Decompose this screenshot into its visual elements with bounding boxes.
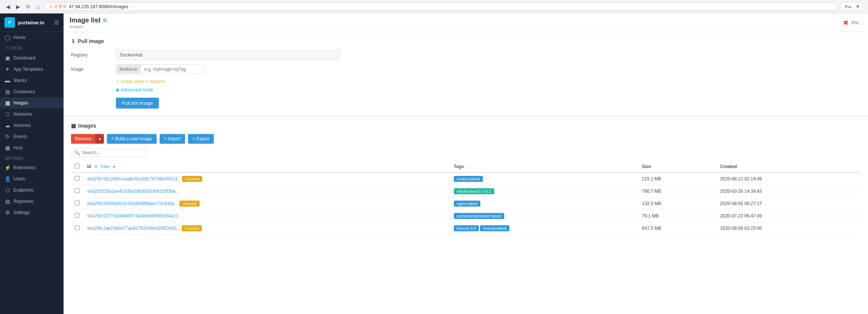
sidebar-item-events[interactable]: ↻ Events — [0, 131, 64, 142]
remove-dropdown-button[interactable]: ▼ — [95, 134, 104, 144]
import-button[interactable]: + Import — [160, 134, 185, 144]
image-id-link[interactable]: sha256:08393e824c32d456ff69aec72c64d1... — [87, 201, 178, 206]
row-checkbox-3[interactable] — [75, 213, 80, 218]
unused-badge: Unused — [179, 201, 200, 207]
url-text: 47.94.235.187:8088/#/images — [69, 4, 128, 9]
images-icon: ▩ — [4, 100, 10, 106]
remove-button[interactable]: Remove — [71, 134, 95, 144]
back-button[interactable]: ◀ — [4, 3, 12, 10]
sidebar-label-host: Host — [13, 145, 23, 150]
tab-close-button[interactable]: ✖ — [856, 4, 859, 9]
settings-icon: ⚙ — [4, 210, 10, 216]
sidebar-label-images: Images — [13, 100, 28, 106]
sidebar-item-settings[interactable]: ⚙ Settings — [0, 207, 64, 218]
images-table: Id ▼ Filter ▼ Tags ↕ — [71, 161, 861, 235]
image-id-link[interactable]: sha256:62771b0b9b0973a3e8e95595534a12... — [87, 213, 182, 219]
sidebar-item-volumes[interactable]: ☁ Volumes — [0, 120, 64, 131]
filter-icon[interactable]: ▼ — [94, 165, 98, 169]
url-bar[interactable]: ⚠ 不安全 47.94.235.187:8088/#/images — [44, 2, 838, 11]
image-id-link[interactable]: sha256:2ae23eb477aa82782438e429f22e55... — [87, 226, 181, 231]
row-checkbox-4[interactable] — [75, 225, 80, 230]
reload-button[interactable]: ↻ — [25, 3, 32, 10]
row-checkbox-0[interactable] — [75, 176, 80, 181]
main-content: Image list ↻ Images ✖ Por... ⇩ Pul — [64, 13, 868, 314]
export-button[interactable]: + Export — [188, 134, 214, 144]
sidebar-item-networks[interactable]: ⬡ Networks — [0, 109, 64, 120]
sidebar-item-stacks[interactable]: ▬ Stacks — [0, 75, 64, 86]
sidebar-item-app-templates[interactable]: ✈ App Templates — [0, 64, 64, 75]
image-created: 2020-08-06 03:23:06 — [717, 222, 861, 235]
registry-row: Registry DockerHub — [71, 50, 861, 60]
sidebar-item-registries[interactable]: ▤ Registries — [0, 196, 64, 207]
image-id-link[interactable]: sha256:0d120b6ccaa8c5e149176798b3501d... — [87, 176, 181, 182]
advanced-link-text: Advanced mode — [121, 87, 153, 92]
events-icon: ↻ — [4, 134, 10, 140]
sidebar-item-images[interactable]: ▩ Images — [0, 97, 64, 109]
search-input[interactable] — [82, 150, 142, 155]
forward-button[interactable]: ▶ — [15, 3, 22, 10]
sidebar-label-containers: Containers — [13, 89, 35, 94]
settings-section-label: SETTINGS — [0, 153, 64, 162]
sidebar-item-dashboard[interactable]: ▣ Dashboard — [0, 52, 64, 64]
sidebar-item-containers[interactable]: ▤ Containers — [0, 86, 64, 97]
filter-label: Filter — [101, 164, 110, 169]
select-all-checkbox[interactable] — [75, 164, 80, 168]
sidebar-logo[interactable]: P portainer.io ☰ — [0, 13, 64, 32]
sidebar-label-networks: Networks — [13, 112, 32, 117]
tags-sort[interactable]: Tags ↕ — [454, 164, 634, 169]
pull-image-section: ⇩ Pull image Registry DockerHub Image — [64, 32, 868, 117]
sidebar-item-home[interactable]: ◯ Home — [0, 32, 64, 43]
images-icon-header: ▩ — [71, 123, 76, 129]
image-row: Image docker.io — [71, 64, 861, 74]
browser-tab[interactable]: Por... ✖ — [841, 3, 864, 10]
advanced-mode-link[interactable]: ◆ Advanced mode — [116, 87, 861, 92]
pull-section-header[interactable]: ⇩ Pull image — [71, 38, 861, 44]
row-checkbox-2[interactable] — [75, 201, 80, 205]
tab-label: Por... — [845, 4, 855, 9]
sidebar-item-extensions[interactable]: ⚡ Extensions — [0, 162, 64, 173]
sidebar-item-host[interactable]: ▦ Host — [0, 142, 64, 153]
home-button[interactable]: ⌂ — [35, 3, 41, 10]
volumes-icon: ☁ — [4, 122, 10, 128]
sidebar-label-endpoints: Endpoints — [13, 188, 33, 193]
dashboard-icon: ▣ — [4, 55, 10, 61]
sidebar-label-dashboard: Dashboard — [13, 55, 36, 61]
build-image-button[interactable]: + Build a new Image — [107, 134, 157, 144]
refresh-icon[interactable]: ↻ — [103, 18, 107, 24]
tag-badge: nginx:latest — [454, 201, 481, 207]
app-templates-icon: ✈ — [4, 66, 10, 72]
tag-badge: portainer/portainer:latest — [454, 213, 504, 219]
sidebar-label-home: Home — [13, 35, 25, 40]
search-box[interactable]: 🔍 — [71, 148, 146, 157]
security-label: 不安全 — [54, 4, 67, 9]
sidebar-item-users[interactable]: 👤 Users — [0, 173, 64, 185]
warning-text: Image name is required. — [121, 79, 166, 83]
pull-image-button[interactable]: Pull the Image — [116, 98, 159, 109]
close-button[interactable]: ✖ — [843, 19, 849, 27]
image-id-link[interactable]: sha256:f29a1ee41030e3963026369105f3be... — [87, 189, 179, 194]
breadcrumb: Images — [70, 24, 107, 29]
unused-badge: Unused — [182, 225, 202, 231]
tag-badge: centos:latest — [454, 176, 483, 182]
th-size: Size — [638, 161, 716, 173]
extensions-icon: ⚡ — [4, 165, 10, 171]
image-input-group: docker.io — [116, 64, 204, 74]
sidebar-label-events: Events — [13, 134, 27, 139]
table-row: sha256:62771b0b9b0973a3e8e95595534a12...… — [71, 210, 861, 222]
image-size: 132.5 MB — [638, 198, 716, 210]
image-input[interactable] — [140, 64, 204, 74]
registry-display: DockerHub — [116, 50, 340, 60]
sidebar-settings-toggle[interactable]: ☰ — [54, 19, 59, 25]
sidebar-label-users: Users — [13, 176, 25, 182]
image-created: 2020-08-11 02:19:49 — [717, 173, 861, 185]
host-icon: ▦ — [4, 145, 10, 151]
row-checkbox-1[interactable] — [75, 188, 80, 193]
home-icon: ◯ — [4, 34, 10, 40]
remove-button-group: Remove ▼ — [71, 134, 104, 144]
table-row: sha256:2ae23eb477aa82782438e429f22e55...… — [71, 222, 861, 235]
users-icon: 👤 — [4, 176, 10, 182]
sidebar-item-endpoints[interactable]: ⬡ Endpoints — [0, 185, 64, 196]
tag-badge: tomcat:9.0 — [454, 225, 479, 231]
image-created: 2020-03-26 14:39:43 — [717, 185, 861, 198]
th-created: Created — [717, 161, 861, 173]
